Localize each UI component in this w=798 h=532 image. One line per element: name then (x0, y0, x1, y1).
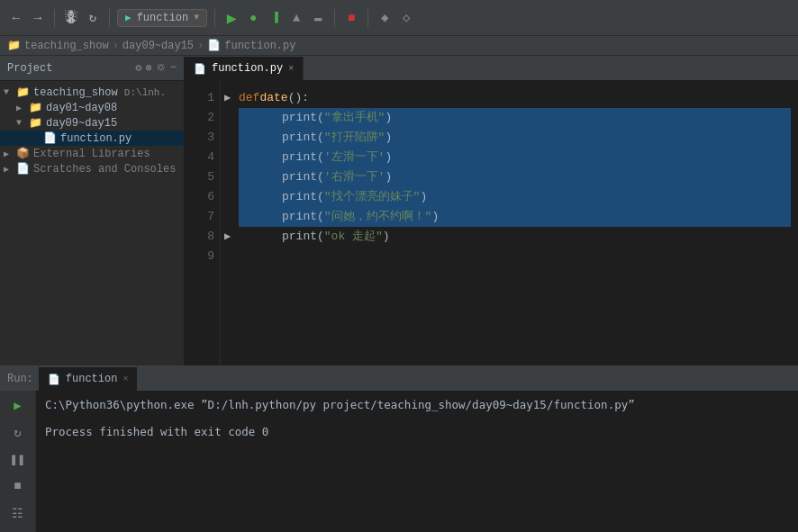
sidebar-header: Project ⚙ ⊛ ⛭ − (0, 56, 184, 81)
breadcrumb-root[interactable]: teaching_show (24, 40, 109, 52)
back-icon[interactable]: ← (7, 9, 25, 27)
line-num-9: 9 (185, 247, 214, 266)
git2-icon[interactable]: ◇ (397, 9, 415, 27)
breadcrumb-sep-2: › (197, 40, 204, 52)
pause-icon[interactable]: ❚❚ (7, 448, 29, 470)
str-5: '右滑一下' (324, 167, 385, 187)
code-line-6: print("找个漂亮的妹子") (239, 187, 791, 207)
stop-button[interactable]: ■ (342, 9, 360, 27)
print-7: print( (282, 207, 324, 227)
code-line-8: ▶ print("ok 走起") (239, 227, 791, 247)
day09-arrow: ▼ (16, 118, 29, 128)
paren-6: ) (420, 187, 427, 207)
editor-tab-functionpy[interactable]: 📄 function.py × (185, 57, 304, 80)
extlib-icon: 📦 (16, 147, 31, 160)
day09-folder-icon: 📁 (29, 116, 43, 130)
tree-item-functionpy[interactable]: 📄 function.py (0, 131, 184, 146)
bookmark-8-icon: ▶ (224, 227, 231, 247)
bottom-toolbar: ▶ ↻ ❚❚ ■ ☷ ☷ ␡ (0, 391, 36, 532)
sidebar-collapse-icon[interactable]: − (170, 61, 177, 75)
line-num-1: 1 (185, 88, 214, 108)
console-spacer (45, 414, 789, 423)
sidebar-settings-icon[interactable]: ⚙ (135, 61, 141, 75)
extlib-label: External Libraries (33, 148, 150, 160)
code-line-2: print("拿出手机") (239, 108, 791, 128)
tab-py-icon: 📄 (194, 63, 206, 75)
line-num-2: 2 (185, 108, 214, 128)
forward-icon[interactable]: → (29, 9, 47, 27)
sidebar-actions: ⚙ ⊛ ⛭ − (135, 61, 177, 75)
line-num-5: 5 (185, 167, 214, 187)
line-num-7: 7 (185, 207, 214, 227)
update-icon[interactable]: ↻ (84, 9, 102, 27)
separator-5 (367, 9, 368, 27)
tree-item-extlib[interactable]: ▶ 📦 External Libraries (0, 146, 184, 161)
code-line-3: print("打开陷阱") (239, 128, 791, 148)
tab-close-icon[interactable]: × (288, 64, 294, 74)
paren-2: ) (385, 108, 392, 128)
separator-2 (109, 9, 110, 27)
bookmark-top: ▶ (224, 88, 231, 108)
code-line-5: print('右滑一下') (239, 167, 791, 187)
run-label-static: Run: (7, 373, 33, 385)
scratches-arrow: ▶ (4, 164, 16, 175)
print-8: print( (282, 227, 324, 247)
build-icon[interactable]: ⛇ (62, 9, 80, 27)
day01-folder-icon: 📁 (29, 101, 43, 114)
line-num-8: 8 (185, 227, 214, 247)
sidebar-sync-icon[interactable]: ⊛ (146, 61, 152, 75)
line-num-3: 3 (185, 128, 214, 148)
run-tab-close-icon[interactable]: × (122, 374, 128, 384)
print-3: print( (282, 128, 324, 148)
tree-root[interactable]: ▼ 📁 teaching_show D:\lnh. (0, 85, 184, 100)
run-button[interactable]: ▶ (222, 9, 240, 27)
paren-3: ) (385, 128, 392, 148)
git-icon[interactable]: ◆ (376, 9, 394, 27)
paren-7: ) (431, 207, 439, 227)
project-tab[interactable]: Project (7, 62, 52, 75)
day01-label: day01~day08 (46, 102, 117, 114)
print-4: print( (282, 148, 324, 167)
tab-label: function.py (212, 62, 283, 75)
scratches-label: Scratches and Consoles (33, 163, 176, 176)
code-line-7: print("问她，约不约啊！") (239, 207, 791, 227)
str-3: "打开陷阱" (324, 128, 385, 148)
coverage-icon[interactable]: ▐ (266, 9, 284, 27)
breadcrumb-sep-1: › (113, 40, 119, 52)
scroll-icon[interactable]: ☷ (7, 502, 29, 524)
breadcrumb-file[interactable]: function.py (224, 40, 295, 52)
line-num-6: 6 (185, 187, 214, 207)
separator-4 (334, 9, 335, 27)
separator-1 (54, 9, 55, 27)
tree-item-day09[interactable]: ▼ 📁 day09~day15 (0, 115, 184, 131)
debug-icon[interactable]: ● (244, 9, 262, 27)
tree-item-day01[interactable]: ▶ 📁 day01~day08 (0, 100, 184, 115)
run-config-dropdown[interactable]: ▶ function ▼ (117, 9, 207, 27)
line-num-4: 4 (185, 148, 214, 167)
breadcrumb-sub[interactable]: day09~day15 (122, 40, 194, 52)
kw-def: def (239, 88, 259, 108)
tree-item-scratches[interactable]: ▶ 📄 Scratches and Consoles (0, 161, 184, 176)
print-2: print( (282, 108, 324, 128)
day01-arrow: ▶ (16, 103, 29, 113)
print-6: print( (282, 187, 324, 207)
fn-paren: (): (288, 88, 309, 108)
paren-5: ) (385, 167, 392, 187)
functionpy-icon: 📄 (43, 131, 58, 145)
profile-icon[interactable]: ▲ (287, 9, 305, 27)
rerun-icon[interactable]: ↻ (7, 421, 29, 443)
tree-root-label: teaching_show D:\lnh. (33, 86, 166, 99)
play-icon[interactable]: ▶ (7, 394, 29, 416)
paren-4: ) (385, 148, 392, 167)
stop-icon[interactable]: ■ (7, 475, 29, 497)
console-output: C:\Python36\python.exe ”D:/lnh.python/py… (36, 391, 798, 532)
sidebar-gear-icon[interactable]: ⛭ (156, 61, 167, 75)
code-line-1: def date(): (239, 88, 791, 108)
str-7: "问她，约不约啊！" (324, 207, 432, 227)
bottom-tab-function[interactable]: 📄 function × (39, 367, 138, 391)
str-2: "拿出手机" (324, 108, 385, 128)
bottom-tabs: Run: 📄 function × (0, 367, 798, 391)
str-8: "ok 走起" (324, 227, 383, 247)
concurrency-icon[interactable]: ▬ (309, 9, 327, 27)
str-6: "找个漂亮的妹子" (324, 187, 421, 207)
